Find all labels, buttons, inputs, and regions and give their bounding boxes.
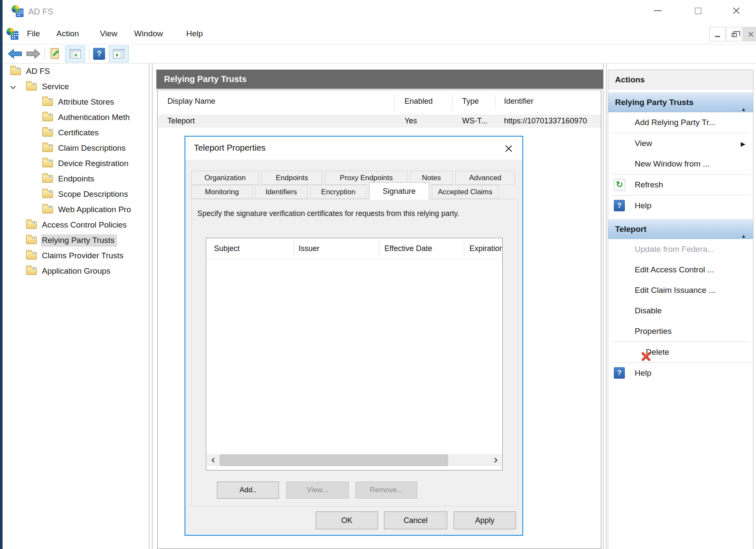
- mdi-minimize-button[interactable]: [709, 27, 725, 41]
- tree-item-claims-provider-trusts[interactable]: Claims Provider Trusts: [3, 248, 149, 263]
- column-header-identifier[interactable]: Identifier: [504, 97, 533, 106]
- column-header-expiration[interactable]: Expiration: [469, 244, 502, 253]
- action-properties[interactable]: Properties: [608, 321, 753, 342]
- add-button[interactable]: Add..: [217, 482, 279, 499]
- ok-button[interactable]: OK: [316, 511, 378, 529]
- column-header-enabled[interactable]: Enabled: [404, 97, 433, 106]
- mdi-restore-button[interactable]: [726, 27, 742, 41]
- actions-group-relying-party-trusts[interactable]: Relying Party Trusts ▲: [608, 92, 753, 112]
- column-divider[interactable]: [379, 241, 379, 256]
- close-icon: [505, 145, 513, 152]
- scroll-right-button[interactable]: [489, 454, 502, 466]
- scrollbar-thumb[interactable]: [220, 454, 448, 466]
- tab-identifiers[interactable]: Identifiers: [255, 185, 308, 199]
- action-help-teleport[interactable]: ? Help: [608, 363, 753, 383]
- toolbar: ?: [3, 44, 756, 64]
- dialog-close-button[interactable]: [504, 143, 514, 154]
- tab-encryption[interactable]: Encryption: [310, 185, 366, 199]
- folder-icon: [42, 160, 53, 167]
- action-disable[interactable]: Disable: [608, 301, 753, 321]
- action-edit-access-control[interactable]: Edit Access Control ...: [608, 260, 753, 280]
- folder-icon: [42, 98, 53, 106]
- tab-endpoints[interactable]: Endpoints: [261, 171, 322, 185]
- tree-item-endpoints[interactable]: Endpoints: [3, 171, 149, 187]
- cell-enabled: Yes: [404, 117, 417, 126]
- forward-button[interactable]: [26, 49, 41, 59]
- pane-splitter[interactable]: [603, 64, 607, 549]
- column-divider[interactable]: [452, 93, 453, 110]
- chevron-right-icon: [492, 458, 497, 462]
- show-console-tree-button[interactable]: [65, 46, 85, 62]
- menu-view[interactable]: View: [100, 29, 117, 38]
- tree-item-web-application-proxy[interactable]: Web Application Pro: [3, 202, 149, 217]
- tab-organization[interactable]: Organization: [191, 171, 259, 185]
- column-divider[interactable]: [495, 93, 495, 110]
- action-help[interactable]: ? Help: [608, 196, 753, 216]
- toolbar-separator: [89, 48, 89, 60]
- actions-box: Actions Relying Party Trusts ▲ Add Relyi…: [608, 70, 753, 549]
- apply-button[interactable]: Apply: [454, 511, 516, 529]
- menubar: File Action View Window Help: [3, 24, 756, 44]
- action-view[interactable]: View ▶: [608, 133, 753, 154]
- action-new-window[interactable]: New Window from ...: [608, 154, 753, 174]
- actions-group-teleport[interactable]: Teleport ▲: [608, 219, 753, 239]
- tree-item-relying-party-trusts[interactable]: Relying Party Trusts: [3, 233, 149, 248]
- window-maximize-button[interactable]: [686, 1, 710, 20]
- show-action-pane-button[interactable]: [109, 46, 129, 62]
- tree-item-attribute-stores[interactable]: Attribute Stores: [3, 94, 149, 110]
- column-divider[interactable]: [394, 93, 395, 110]
- tab-signature[interactable]: Signature: [369, 182, 429, 200]
- column-header-type[interactable]: Type: [462, 97, 479, 106]
- action-refresh[interactable]: ↻ Refresh: [608, 175, 753, 195]
- tree-item-device-registration[interactable]: Device Registration: [3, 156, 149, 171]
- column-divider[interactable]: [464, 241, 464, 256]
- tree-item-adfs[interactable]: AD FS: [3, 64, 149, 79]
- results-pane-title: Relying Party Trusts: [156, 70, 603, 89]
- action-delete[interactable]: Delete: [608, 342, 753, 362]
- column-divider[interactable]: [294, 241, 294, 256]
- actions-pane-title: Actions: [608, 70, 753, 89]
- chevron-down-icon[interactable]: [10, 84, 16, 89]
- column-header-effective-date[interactable]: Effective Date: [384, 244, 432, 253]
- tree-item-service[interactable]: Service: [3, 79, 149, 94]
- pane-splitter[interactable]: [149, 64, 152, 549]
- horizontal-scrollbar[interactable]: [207, 454, 502, 466]
- scroll-left-button[interactable]: [207, 454, 219, 466]
- export-list-button[interactable]: [49, 47, 62, 60]
- tab-advanced[interactable]: Advanced: [455, 171, 515, 185]
- menu-help[interactable]: Help: [186, 29, 203, 38]
- mdi-close-button[interactable]: [743, 27, 756, 41]
- dialog-titlebar[interactable]: Teleport Properties: [185, 137, 522, 160]
- tree-item-application-groups[interactable]: Application Groups: [3, 263, 149, 279]
- tree-item-authentication-methods[interactable]: Authentication Meth: [3, 110, 149, 125]
- folder-icon: [10, 67, 21, 75]
- window-minimize-button[interactable]: [646, 1, 670, 20]
- folder-icon: [26, 237, 37, 244]
- cancel-button[interactable]: Cancel: [384, 511, 447, 529]
- folder-icon: [26, 221, 37, 229]
- back-button[interactable]: [8, 49, 22, 59]
- menu-window[interactable]: Window: [134, 29, 163, 38]
- tab-accepted-claims[interactable]: Accepted Claims: [432, 185, 498, 199]
- menu-file[interactable]: File: [27, 29, 40, 38]
- console-window-icon: [69, 49, 81, 58]
- table-row-teleport[interactable]: Teleport Yes WS-T... https://10701337160…: [158, 114, 601, 128]
- help-toolbar-button[interactable]: ?: [93, 48, 105, 60]
- refresh-icon: ↻: [614, 179, 625, 190]
- tree-item-access-control-policies[interactable]: Access Control Policies: [3, 217, 149, 233]
- column-header-display-name[interactable]: Display Name: [167, 97, 215, 106]
- toolbar-separator: [44, 48, 45, 60]
- window-close-button[interactable]: [724, 1, 748, 20]
- tab-monitoring[interactable]: Monitoring: [191, 185, 252, 199]
- tree-item-claim-descriptions[interactable]: Claim Descriptions: [3, 140, 149, 156]
- folder-icon: [26, 267, 37, 275]
- menu-action[interactable]: Action: [56, 29, 79, 38]
- action-add-relying-party-trust[interactable]: Add Relying Party Tr...: [608, 112, 753, 133]
- folder-icon: [26, 252, 37, 260]
- action-edit-claim-issuance[interactable]: Edit Claim Issuance ...: [608, 280, 753, 301]
- column-header-subject[interactable]: Subject: [214, 244, 240, 253]
- certificate-list[interactable]: Subject Issuer Effective Date Expiration: [206, 238, 503, 470]
- tree-item-scope-descriptions[interactable]: Scope Descriptions: [3, 187, 149, 202]
- column-header-issuer[interactable]: Issuer: [299, 244, 319, 253]
- tree-item-certificates[interactable]: Certificates: [3, 125, 149, 140]
